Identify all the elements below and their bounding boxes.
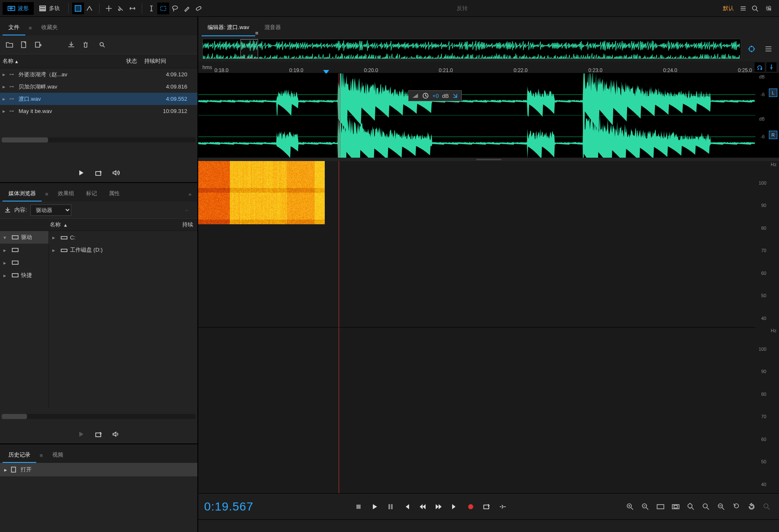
tree-col-duration[interactable]: 持续 [182,221,193,228]
workspace-default-button[interactable]: 默认 [720,5,737,12]
files-autoplay-button[interactable] [111,167,122,179]
import-icon [67,41,75,48]
files-loop-button[interactable] [93,167,105,179]
timeline-ruler[interactable]: hms 0:18.00:19.00:20.00:21.00:22.00:23.0… [198,62,779,73]
gain-hud[interactable]: +0 dB [408,90,462,101]
playhead[interactable] [339,73,339,158]
col-name-header[interactable]: 名称▴ [3,57,119,65]
lasso-tool[interactable] [169,3,181,14]
list-view-button[interactable] [762,43,775,55]
pin-right-button[interactable] [766,62,776,72]
zoom-in-button[interactable] [624,500,636,513]
new-multitrack-button[interactable] [32,39,45,51]
mode-multitrack-button[interactable]: 多轨 [34,2,65,15]
tab-markers[interactable]: 标记 [80,185,103,202]
channel-right-badge[interactable]: R [769,131,777,139]
overview-selection[interactable] [240,39,258,59]
zoom-out-vert-button[interactable] [700,500,712,513]
spectral-pitch-toggle[interactable] [84,3,96,14]
delete-button[interactable] [79,39,92,51]
tab-files[interactable]: 文件 [3,19,25,35]
overview-waveform[interactable] [202,39,741,59]
brush-tool[interactable] [181,3,193,14]
stop-button[interactable] [352,500,365,513]
heal-tool[interactable] [193,3,205,14]
pause-button[interactable] [384,500,397,513]
media-autoplay-button[interactable] [111,428,122,440]
file-row[interactable]: ▸ ⊶ 外婆澎湖湾（赵...av 4:09.120 [0,68,197,81]
tab-overflow[interactable]: » [185,187,195,202]
pane-drag-handle[interactable] [198,158,779,161]
tab-history-menu[interactable]: ≡ [36,448,46,463]
col-status-header[interactable]: 状态 [119,57,144,65]
forward-button[interactable] [432,500,445,513]
zoom-in-point-button[interactable] [715,500,728,513]
tab-fx-group[interactable]: 效果组 [52,185,80,202]
zoom-nav-button[interactable] [745,43,758,55]
tab-favorites[interactable]: 收藏夹 [35,19,64,35]
files-play-button[interactable] [75,167,87,179]
file-row[interactable]: ▸ ⊶ 贝加尔湖畔.wav 4:09.816 [0,81,197,93]
zoom-full-button[interactable] [654,500,667,513]
tree-row[interactable]: ▸ 工作磁盘 (D:) [49,244,197,256]
tab-media-browser[interactable]: 媒体浏览器 [3,185,42,202]
media-up-button[interactable] [4,207,11,213]
tab-editor-menu[interactable]: ≡ [255,30,259,36]
time-selection-tool[interactable] [146,3,157,14]
record-button[interactable] [464,500,477,513]
file-list-hscrollbar[interactable] [2,137,196,142]
waveform-display[interactable]: +0 dB dB -6 dB -6 L R [198,73,779,158]
content-dropdown[interactable]: 驱动器 [30,204,71,216]
tree-col-name[interactable]: 名称 [50,221,61,228]
media-play-button[interactable] [75,428,87,440]
new-file-button[interactable] [18,39,30,51]
slip-tool[interactable] [127,3,138,14]
go-end-button[interactable] [448,500,461,513]
media-hscrollbar[interactable] [2,414,196,419]
svg-rect-6 [161,6,166,11]
razor-tool[interactable] [115,3,127,14]
tab-properties[interactable]: 属性 [103,185,126,202]
file-row[interactable]: ▸ ⊶ 渡口.wav 4:09.552 [0,93,197,105]
tab-mixer[interactable]: 混音器 [259,19,287,36]
go-start-button[interactable] [400,500,413,513]
channel-left-badge[interactable]: L [769,89,777,97]
skip-selection-button[interactable] [496,500,509,513]
tab-media-menu[interactable]: ≡ [42,187,52,202]
tab-history[interactable]: 历史记录 [3,447,36,463]
zoom-reset-button[interactable] [745,500,758,513]
open-file-button[interactable] [3,39,16,51]
history-item-open[interactable]: ▸ 打开 [0,463,197,476]
zoom-in-vert-button[interactable] [685,500,697,513]
loop-button[interactable] [480,500,493,513]
tab-editor[interactable]: 编辑器: 渡口.wav [202,19,255,36]
tree-row[interactable]: ▾ 驱动 [0,231,49,244]
tree-row[interactable]: ▸ C: [49,231,197,244]
play-button[interactable] [368,500,381,513]
media-insert-button[interactable] [93,428,105,440]
move-tool[interactable] [103,3,115,14]
zoom-out-point-button[interactable] [730,500,743,513]
tree-row[interactable]: ▸ [0,256,49,269]
search-help-button[interactable] [749,3,761,14]
import-button[interactable] [65,39,78,51]
rewind-button[interactable] [416,500,429,513]
tree-row[interactable]: ▸ 快捷 [0,269,49,282]
workspace-menu-button[interactable] [737,3,749,14]
col-duration-header[interactable]: 持续时间 [144,57,195,65]
svg-rect-2 [40,8,46,9]
nav-back-button[interactable]: ← [184,207,190,213]
mode-waveform-button[interactable]: 波形 [3,2,34,15]
pin-left-button[interactable] [755,62,765,72]
tab-video[interactable]: 视频 [46,447,69,463]
spectral-freq-toggle[interactable] [72,3,84,14]
tree-row[interactable]: ▸ [0,244,49,256]
zoom-out-button[interactable] [639,500,652,513]
file-search-input[interactable] [105,40,194,50]
spectrogram-display[interactable]: Hz 100908070605040Hz100908070605040 [198,161,779,493]
file-row[interactable]: ▸ ⊶ May it be.wav 10:09.312 [0,105,197,117]
marquee-tool[interactable] [157,3,169,14]
tab-files-menu[interactable]: ≡ [25,21,35,35]
playhead[interactable] [339,161,339,493]
zoom-sel-button[interactable] [669,500,682,513]
